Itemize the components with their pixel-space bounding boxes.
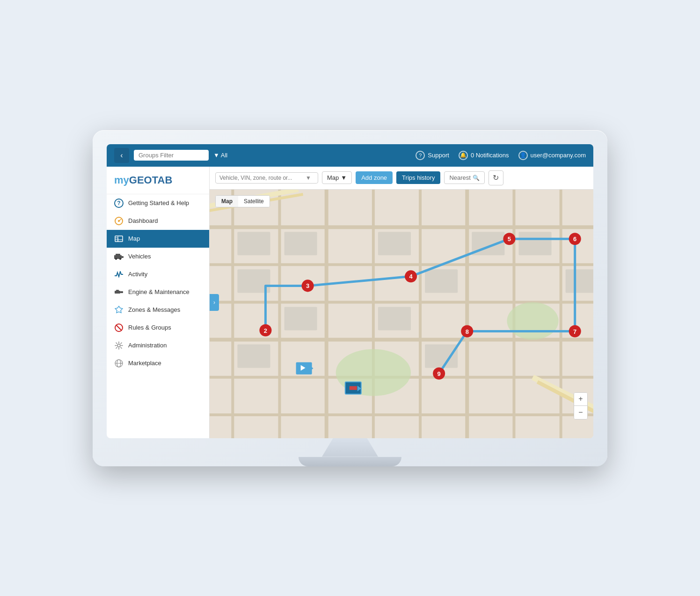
add-zone-button[interactable]: Add zone — [356, 171, 393, 184]
svg-text:6: 6 — [573, 235, 576, 243]
svg-text:8: 8 — [466, 328, 469, 335]
svg-rect-40 — [237, 232, 270, 255]
search-input[interactable] — [219, 175, 304, 181]
svg-marker-11 — [115, 306, 123, 313]
sidebar-item-rules-groups[interactable]: Rules & Groups — [107, 319, 209, 337]
svg-rect-49 — [425, 344, 458, 368]
zoom-out-button[interactable]: − — [574, 406, 587, 419]
toolbar: ▼ Map ▼ Add zone Trips history Nearest 🔍… — [210, 167, 593, 190]
svg-rect-48 — [378, 307, 411, 330]
svg-text:4: 4 — [409, 273, 413, 280]
monitor-outer: ‹ ▼ All ? Support 🔔 0 Notifications 👤 — [93, 130, 607, 466]
sidebar-item-zones-messages[interactable]: Zones & Messages — [107, 301, 209, 319]
activity-icon — [114, 270, 124, 279]
svg-rect-2 — [115, 236, 123, 242]
map-view-dropdown[interactable]: Map ▼ — [322, 171, 352, 184]
search-small-icon: 🔍 — [473, 175, 480, 181]
nearest-button[interactable]: Nearest 🔍 — [444, 171, 485, 184]
vehicles-icon — [114, 252, 124, 261]
logo-geotab: GEOTAB — [129, 174, 172, 186]
zoom-in-button[interactable]: + — [574, 393, 587, 406]
svg-rect-7 — [122, 256, 124, 258]
monitor-stand — [107, 438, 593, 466]
svg-rect-43 — [378, 232, 411, 255]
svg-point-14 — [117, 344, 120, 347]
rules-icon — [114, 323, 124, 332]
sidebar-item-administration[interactable]: Administration — [107, 337, 209, 354]
map-container[interactable]: Map Satellite — [210, 190, 593, 438]
search-dropdown-icon[interactable]: ▼ — [306, 175, 311, 181]
stand-base — [299, 457, 401, 466]
svg-point-1 — [118, 220, 120, 222]
chevron-icon: ▼ — [341, 174, 347, 181]
dashboard-icon — [114, 216, 124, 226]
help-icon: ? — [114, 199, 124, 208]
map-icon — [114, 234, 124, 243]
sidebar-item-engine-maintenance[interactable]: Engine & Maintenance — [107, 283, 209, 301]
zones-icon — [114, 305, 124, 315]
svg-point-5 — [115, 258, 117, 260]
user-menu[interactable]: 👤 user@company.com — [518, 151, 586, 160]
monitor-wrapper: ‹ ▼ All ? Support 🔔 0 Notifications 👤 — [93, 130, 607, 466]
stand-neck — [322, 438, 378, 457]
back-button[interactable]: ‹ — [114, 148, 129, 163]
zoom-controls: + − — [574, 392, 588, 419]
user-icon: 👤 — [518, 151, 528, 160]
logo-my: my — [114, 174, 129, 186]
sidebar-item-dashboard[interactable]: Dashboard — [107, 212, 209, 230]
monitor-screen: ‹ ▼ All ? Support 🔔 0 Notifications 👤 — [107, 144, 593, 438]
svg-point-6 — [119, 258, 121, 260]
admin-icon — [114, 341, 124, 350]
collapse-sidebar-button[interactable]: › — [210, 294, 219, 311]
all-dropdown[interactable]: ▼ All — [213, 152, 227, 159]
logo-area: myGEOTAB — [107, 167, 209, 194]
sidebar-item-map[interactable]: Map — [107, 230, 209, 248]
marketplace-icon — [114, 359, 124, 368]
svg-rect-50 — [237, 344, 270, 368]
svg-text:3: 3 — [306, 282, 309, 289]
svg-rect-44 — [425, 269, 458, 293]
support-icon: ? — [416, 151, 425, 160]
trips-history-button[interactable]: Trips history — [396, 171, 440, 184]
svg-text:9: 9 — [438, 370, 441, 377]
notifications-button[interactable]: 🔔 0 Notifications — [459, 151, 509, 160]
groups-filter-input[interactable] — [134, 150, 209, 161]
sidebar-item-getting-started[interactable]: ? Getting Started & Help — [107, 194, 209, 212]
svg-rect-9 — [116, 290, 119, 291]
top-bar: ‹ ▼ All ? Support 🔔 0 Notifications 👤 — [107, 144, 593, 167]
svg-point-38 — [507, 302, 558, 339]
satellite-view-button[interactable]: Satellite — [238, 196, 270, 207]
svg-text:5: 5 — [508, 235, 511, 243]
sidebar-item-marketplace[interactable]: Marketplace — [107, 354, 209, 372]
sidebar-item-activity[interactable]: Activity — [107, 265, 209, 283]
search-box: ▼ — [215, 172, 318, 184]
refresh-button[interactable]: ↻ — [489, 170, 503, 185]
sidebar: myGEOTAB ? Getting Started & Help Dashbo… — [107, 167, 210, 438]
map-background: 2 3 4 5 6 — [210, 190, 593, 438]
svg-line-13 — [116, 325, 122, 331]
engine-icon — [114, 287, 124, 297]
map-view-toggle: Map Satellite — [215, 195, 270, 207]
support-button[interactable]: ? Support — [416, 151, 449, 160]
map-view-button[interactable]: Map — [216, 196, 238, 207]
svg-rect-46 — [518, 232, 551, 255]
sidebar-item-vehicles[interactable]: Vehicles — [107, 248, 209, 265]
svg-text:2: 2 — [264, 327, 267, 334]
svg-rect-10 — [120, 291, 123, 293]
svg-rect-72 — [350, 386, 357, 390]
svg-rect-42 — [284, 232, 317, 255]
svg-rect-4 — [116, 254, 120, 256]
svg-text:7: 7 — [573, 328, 576, 335]
svg-rect-51 — [284, 307, 317, 330]
bell-icon: 🔔 — [459, 151, 468, 160]
svg-rect-47 — [566, 269, 593, 293]
